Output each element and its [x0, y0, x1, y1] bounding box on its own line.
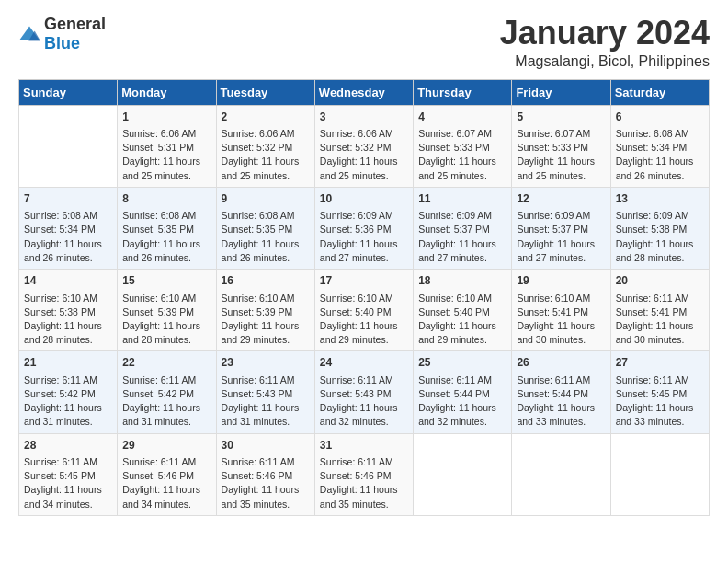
calendar-cell: 20Sunrise: 6:11 AMSunset: 5:41 PMDayligh…	[610, 270, 709, 351]
col-friday: Friday	[512, 79, 610, 105]
calendar-cell: 13Sunrise: 6:09 AMSunset: 5:38 PMDayligh…	[610, 187, 709, 269]
location-title: Magsalangi, Bicol, Philippines	[500, 53, 710, 70]
day-number: 31	[320, 438, 409, 454]
day-number: 14	[24, 273, 113, 289]
calendar-cell	[19, 105, 118, 187]
day-number: 6	[616, 109, 705, 125]
calendar-week-1: 1Sunrise: 6:06 AMSunset: 5:31 PMDaylight…	[19, 105, 710, 187]
calendar-cell: 12Sunrise: 6:09 AMSunset: 5:37 PMDayligh…	[512, 187, 610, 269]
day-number: 2	[222, 109, 311, 125]
calendar-cell: 31Sunrise: 6:11 AMSunset: 5:46 PMDayligh…	[314, 433, 413, 515]
calendar-cell: 28Sunrise: 6:11 AMSunset: 5:45 PMDayligh…	[19, 433, 118, 515]
calendar-cell	[414, 433, 512, 515]
header-row: General Blue January 2024 Magsalangi, Bi…	[18, 15, 710, 70]
day-number: 9	[222, 191, 311, 207]
calendar-cell: 7Sunrise: 6:08 AMSunset: 5:34 PMDaylight…	[19, 187, 118, 269]
calendar-table: Sunday Monday Tuesday Wednesday Thursday…	[18, 79, 710, 516]
col-tuesday: Tuesday	[216, 79, 314, 105]
day-number: 19	[517, 273, 606, 289]
calendar-cell: 30Sunrise: 6:11 AMSunset: 5:46 PMDayligh…	[216, 433, 314, 515]
calendar-cell: 5Sunrise: 6:07 AMSunset: 5:33 PMDaylight…	[512, 105, 610, 187]
calendar-week-2: 7Sunrise: 6:08 AMSunset: 5:34 PMDaylight…	[19, 187, 710, 269]
calendar-cell: 26Sunrise: 6:11 AMSunset: 5:44 PMDayligh…	[512, 351, 610, 433]
day-number: 26	[517, 355, 606, 371]
calendar-week-3: 14Sunrise: 6:10 AMSunset: 5:38 PMDayligh…	[19, 270, 710, 351]
day-number: 3	[320, 109, 409, 125]
day-number: 10	[320, 191, 409, 207]
col-wednesday: Wednesday	[314, 79, 413, 105]
day-number: 4	[418, 109, 507, 125]
calendar-cell: 11Sunrise: 6:09 AMSunset: 5:37 PMDayligh…	[414, 187, 512, 269]
col-sunday: Sunday	[19, 79, 118, 105]
day-number: 15	[122, 273, 211, 289]
logo-general: General	[44, 15, 106, 33]
day-number: 18	[418, 273, 507, 289]
calendar-cell: 4Sunrise: 6:07 AMSunset: 5:33 PMDaylight…	[414, 105, 512, 187]
logo-text: General Blue	[44, 15, 106, 53]
calendar-cell: 21Sunrise: 6:11 AMSunset: 5:42 PMDayligh…	[19, 351, 118, 433]
day-number: 30	[222, 438, 311, 454]
logo: General Blue	[18, 15, 106, 53]
calendar-cell: 22Sunrise: 6:11 AMSunset: 5:42 PMDayligh…	[118, 351, 216, 433]
header-row-days: Sunday Monday Tuesday Wednesday Thursday…	[19, 79, 710, 105]
calendar-cell: 29Sunrise: 6:11 AMSunset: 5:46 PMDayligh…	[118, 433, 216, 515]
calendar-cell: 2Sunrise: 6:06 AMSunset: 5:32 PMDaylight…	[216, 105, 314, 187]
calendar-cell: 9Sunrise: 6:08 AMSunset: 5:35 PMDaylight…	[216, 187, 314, 269]
calendar-cell: 8Sunrise: 6:08 AMSunset: 5:35 PMDaylight…	[118, 187, 216, 269]
main-container: General Blue January 2024 Magsalangi, Bi…	[0, 0, 728, 525]
day-number: 8	[122, 191, 211, 207]
logo-blue: Blue	[44, 34, 80, 52]
title-block: January 2024 Magsalangi, Bicol, Philippi…	[500, 15, 710, 70]
day-number: 28	[24, 438, 113, 454]
day-number: 11	[418, 191, 507, 207]
calendar-cell: 18Sunrise: 6:10 AMSunset: 5:40 PMDayligh…	[414, 270, 512, 351]
calendar-cell	[512, 433, 610, 515]
calendar-cell: 15Sunrise: 6:10 AMSunset: 5:39 PMDayligh…	[118, 270, 216, 351]
day-number: 13	[616, 191, 705, 207]
col-thursday: Thursday	[414, 79, 512, 105]
day-number: 25	[418, 355, 507, 371]
day-number: 1	[122, 109, 211, 125]
calendar-cell: 23Sunrise: 6:11 AMSunset: 5:43 PMDayligh…	[216, 351, 314, 433]
day-number: 29	[122, 438, 211, 454]
calendar-cell	[610, 433, 709, 515]
day-number: 17	[320, 273, 409, 289]
calendar-cell: 24Sunrise: 6:11 AMSunset: 5:43 PMDayligh…	[314, 351, 413, 433]
day-number: 7	[24, 191, 113, 207]
calendar-cell: 27Sunrise: 6:11 AMSunset: 5:45 PMDayligh…	[610, 351, 709, 433]
day-number: 20	[616, 273, 705, 289]
day-number: 22	[122, 355, 211, 371]
day-number: 27	[616, 355, 705, 371]
calendar-cell: 14Sunrise: 6:10 AMSunset: 5:38 PMDayligh…	[19, 270, 118, 351]
col-monday: Monday	[118, 79, 216, 105]
month-title: January 2024	[500, 15, 710, 52]
calendar-cell: 16Sunrise: 6:10 AMSunset: 5:39 PMDayligh…	[216, 270, 314, 351]
calendar-week-5: 28Sunrise: 6:11 AMSunset: 5:45 PMDayligh…	[19, 433, 710, 515]
calendar-cell: 1Sunrise: 6:06 AMSunset: 5:31 PMDaylight…	[118, 105, 216, 187]
calendar-cell: 3Sunrise: 6:06 AMSunset: 5:32 PMDaylight…	[314, 105, 413, 187]
day-number: 16	[222, 273, 311, 289]
day-number: 12	[517, 191, 606, 207]
day-number: 23	[222, 355, 311, 371]
day-number: 24	[320, 355, 409, 371]
calendar-week-4: 21Sunrise: 6:11 AMSunset: 5:42 PMDayligh…	[19, 351, 710, 433]
col-saturday: Saturday	[610, 79, 709, 105]
calendar-cell: 6Sunrise: 6:08 AMSunset: 5:34 PMDaylight…	[610, 105, 709, 187]
calendar-cell: 25Sunrise: 6:11 AMSunset: 5:44 PMDayligh…	[414, 351, 512, 433]
day-number: 21	[24, 355, 113, 371]
calendar-cell: 17Sunrise: 6:10 AMSunset: 5:40 PMDayligh…	[314, 270, 413, 351]
calendar-cell: 10Sunrise: 6:09 AMSunset: 5:36 PMDayligh…	[314, 187, 413, 269]
day-number: 5	[517, 109, 606, 125]
calendar-cell: 19Sunrise: 6:10 AMSunset: 5:41 PMDayligh…	[512, 270, 610, 351]
